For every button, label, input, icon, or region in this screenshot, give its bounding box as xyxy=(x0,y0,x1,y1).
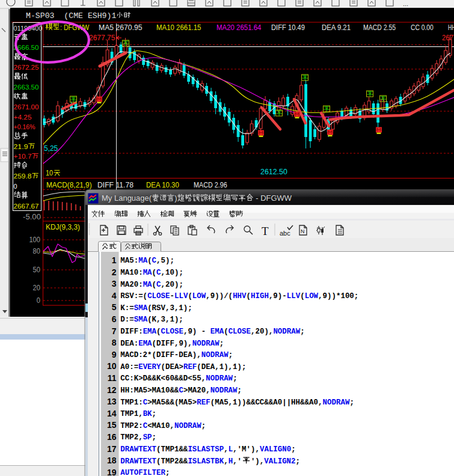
svg-text:SMA: SMA xyxy=(134,316,148,324)
svg-text:+10.7: +10.7 xyxy=(14,152,32,160)
svg-text:>MA5&&(MA5>: >MA5&&(MA5> xyxy=(147,398,197,407)
svg-text:My Language(: My Language( xyxy=(102,194,152,203)
svg-text:(: ( xyxy=(188,292,192,301)
svg-text:;: ; xyxy=(238,386,242,395)
svg-text:0: 0 xyxy=(37,296,40,305)
svg-text:T: T xyxy=(262,225,269,237)
svg-text:VALIGN0: VALIGN0 xyxy=(260,445,291,454)
svg-text:SP: SP xyxy=(143,433,152,442)
svg-text:DIFF 10.49: DIFF 10.49 xyxy=(271,23,305,32)
svg-text:21.9: 21.9 xyxy=(14,142,28,151)
svg-text:M-SP03 (CME ESH9)1: M-SP03 (CME ESH9)1 xyxy=(26,11,116,20)
svg-text:MA: MA xyxy=(143,269,152,277)
svg-text:(TMP1&&: (TMP1&& xyxy=(156,445,188,454)
svg-text:3: 3 xyxy=(112,279,117,288)
svg-text:15: 15 xyxy=(107,420,117,430)
svg-text:MA10:: MA10: xyxy=(120,269,143,277)
svg-text:HH:MA5>MA10&&: HH:MA5>MA10&& xyxy=(120,386,179,395)
svg-text:;: ; xyxy=(152,433,156,442)
svg-text:TMP2,: TMP2, xyxy=(120,433,143,442)
svg-text:,9))/(: ,9))/( xyxy=(206,292,233,301)
svg-text:17: 17 xyxy=(107,444,117,454)
svg-text:HHV: HHV xyxy=(233,292,247,301)
svg-text:(: ( xyxy=(147,257,152,265)
svg-text:,5);: ,5); xyxy=(156,257,174,265)
svg-text:MA5 2670.95: MA5 2670.95 xyxy=(99,23,143,32)
svg-text:9: 9 xyxy=(112,350,117,359)
svg-text:18: 18 xyxy=(107,456,117,465)
svg-text:,9)-: ,9)- xyxy=(269,292,287,301)
svg-text:+4.25: +4.25 xyxy=(14,113,32,121)
svg-text:;: ; xyxy=(233,374,237,383)
svg-text:80: 80 xyxy=(33,247,41,255)
svg-text:MA: MA xyxy=(143,281,152,289)
svg-text:DRAWTEXT: DRAWTEXT xyxy=(120,457,156,466)
svg-text:EMA: EMA xyxy=(138,340,152,348)
svg-text:,20),: ,20), xyxy=(251,328,273,336)
svg-text:,9) -: ,9) - xyxy=(183,328,210,336)
svg-text:NODRAW: NODRAW xyxy=(206,374,233,383)
svg-text:(: ( xyxy=(247,292,251,301)
svg-text:D:=: D:= xyxy=(120,316,133,324)
svg-text:+0.16%: +0.16% xyxy=(14,123,35,131)
svg-text:>MA20,: >MA20, xyxy=(183,386,210,395)
svg-text:2667.67: 2667.67 xyxy=(14,202,39,210)
svg-text:4: 4 xyxy=(112,291,117,301)
svg-text:NODRAW: NODRAW xyxy=(273,328,300,336)
svg-text:;: ; xyxy=(165,469,170,476)
svg-text:MACD 2.55: MACD 2.55 xyxy=(363,23,396,32)
svg-text:(: ( xyxy=(152,281,156,289)
svg-text:(DIFF,9),: (DIFF,9), xyxy=(152,340,192,348)
svg-text:CC 0.00: CC 0.00 xyxy=(411,23,434,32)
svg-text:N: N xyxy=(301,228,305,234)
svg-text:LLV: LLV xyxy=(174,292,188,301)
svg-text:,: , xyxy=(224,457,228,466)
svg-text:,20);: ,20); xyxy=(161,281,183,289)
svg-text:14: 14 xyxy=(107,409,117,418)
svg-text:;: ; xyxy=(296,457,300,466)
svg-text:13: 13 xyxy=(107,397,117,406)
svg-text:MACD 2.96: MACD 2.96 xyxy=(194,181,227,189)
svg-text:- DFGWW: - DFGWW xyxy=(254,194,292,203)
svg-text:KDJ(9,3,3): KDJ(9,3,3) xyxy=(46,223,80,231)
svg-text:MA5:: MA5: xyxy=(120,257,138,265)
svg-text:2671.00: 2671.00 xyxy=(14,103,39,111)
svg-text:abc: abc xyxy=(280,230,290,237)
svg-text:259.8: 259.8 xyxy=(14,172,32,180)
svg-text:,': ,' xyxy=(233,457,242,466)
svg-text:;: ; xyxy=(152,410,156,418)
svg-text:K:=: K:= xyxy=(120,304,133,313)
svg-text:MA20 2651.64: MA20 2651.64 xyxy=(216,23,261,32)
svg-text:L: L xyxy=(229,445,233,454)
svg-text:DEA:: DEA: xyxy=(120,340,138,348)
svg-text:(DEA>: (DEA> xyxy=(161,363,183,371)
svg-text:CLOSE: CLOSE xyxy=(161,328,183,336)
svg-text:5,25: 5,25 xyxy=(44,144,58,153)
svg-text:6: 6 xyxy=(112,314,117,324)
svg-text:MACD(8,21,9): MACD(8,21,9) xyxy=(46,181,92,189)
svg-text:2672.25: 2672.25 xyxy=(14,63,39,72)
svg-text:HH: HH xyxy=(448,23,454,32)
svg-text:TMP1,: TMP1, xyxy=(120,410,143,418)
svg-text:AUTOFILTER: AUTOFILTER xyxy=(120,469,165,476)
svg-text:LLV: LLV xyxy=(287,292,301,301)
svg-text:(: ( xyxy=(156,328,161,336)
svg-text:,'M'),: ,'M'), xyxy=(233,445,260,454)
svg-text:2612.50: 2612.50 xyxy=(260,168,287,176)
svg-text:MA: MA xyxy=(138,257,147,265)
svg-text:(: ( xyxy=(152,269,156,277)
svg-text:DRAWTEXT: DRAWTEXT xyxy=(120,445,156,454)
svg-text:-5.00: -5.00 xyxy=(23,213,41,221)
svg-text:VALIGN2: VALIGN2 xyxy=(264,457,295,466)
svg-text:LOW: LOW xyxy=(305,292,319,301)
svg-text:;: ; xyxy=(291,445,295,454)
svg-text:NODRAW: NODRAW xyxy=(201,351,229,359)
svg-text:2: 2 xyxy=(112,267,117,277)
svg-text:CC:K>D&&K<60&&D<55,: CC:K>D&&K<60&&D<55, xyxy=(120,374,206,383)
svg-text:7: 7 xyxy=(112,326,117,336)
svg-text:CLOSE: CLOSE xyxy=(229,328,251,336)
svg-text:;: ; xyxy=(349,398,354,407)
svg-text:ISLASTBK: ISLASTBK xyxy=(188,457,224,466)
svg-text:50: 50 xyxy=(33,266,41,274)
svg-text:MACD:2*(DIFF-DEA),: MACD:2*(DIFF-DEA), xyxy=(120,351,201,359)
